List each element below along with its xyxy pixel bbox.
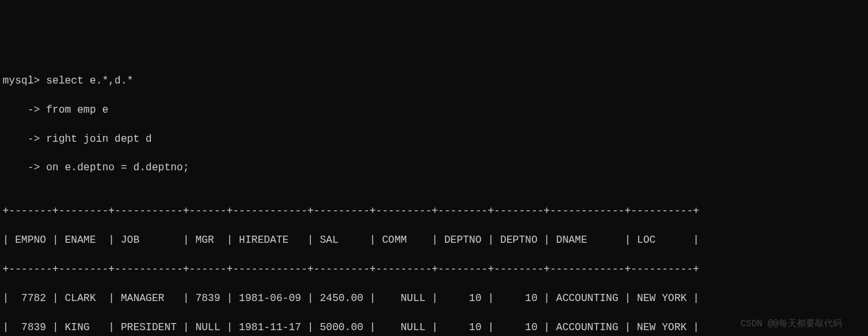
result-table: +-------+--------+-----------+------+---… bbox=[0, 190, 868, 336]
sql-prompt-line-2: -> from emp e bbox=[0, 103, 868, 117]
table-row: | 7782 | CLARK | MANAGER | 7839 | 1981-0… bbox=[3, 291, 865, 306]
table-header-row: | EMPNO | ENAME | JOB | MGR | HIREDATE |… bbox=[3, 233, 865, 247]
table-row: | 7839 | KING | PRESIDENT | NULL | 1981-… bbox=[3, 320, 865, 335]
terminal-output: mysql> select e.*,d.* -> from emp e -> r… bbox=[0, 58, 868, 336]
sql-prompt-line-4: -> on e.deptno = d.deptno; bbox=[0, 161, 868, 175]
watermark-text: CSDN @@每天都要敲代码 bbox=[740, 318, 842, 331]
table-border-mid: +-------+--------+-----------+------+---… bbox=[3, 262, 865, 276]
sql-prompt-line-3: -> right join dept d bbox=[0, 132, 868, 146]
table-border-top: +-------+--------+-----------+------+---… bbox=[3, 204, 865, 218]
sql-prompt-line-1: mysql> select e.*,d.* bbox=[0, 74, 868, 88]
